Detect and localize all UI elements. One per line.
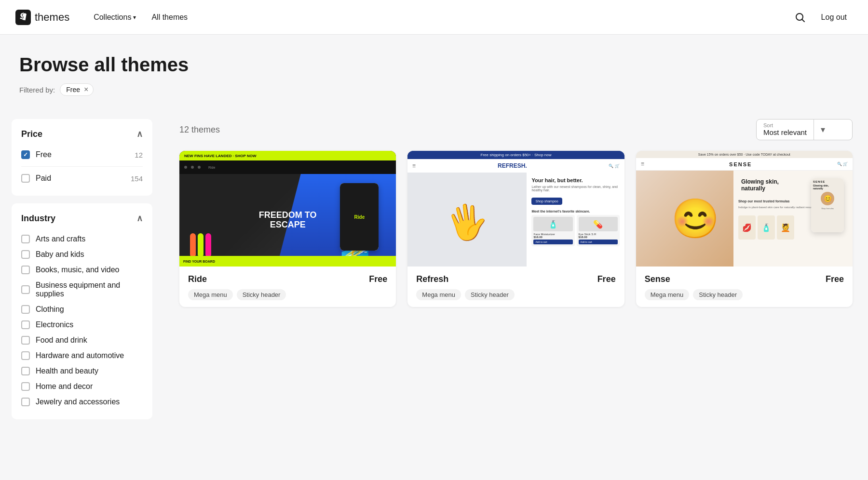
page-title: Browse all themes — [19, 54, 849, 76]
theme-grid: NEW FINS HAVE LANDED · SHOP NOW Ride FRE… — [179, 151, 853, 307]
industry-hardware-item[interactable]: Hardware and automotive — [21, 348, 143, 363]
filter-row: Filtered by: Free × — [19, 83, 849, 96]
industry-electronics-item[interactable]: Electronics — [21, 317, 143, 333]
theme-card-sense[interactable]: Save 15% on orders over $50 · Use code T… — [636, 151, 853, 307]
remove-filter-icon[interactable]: × — [84, 85, 88, 94]
clothing-checkbox[interactable] — [21, 305, 30, 314]
collections-link[interactable]: Collections ▾ — [87, 9, 143, 26]
paid-checkbox[interactable] — [21, 174, 30, 183]
navbar: themes Collections ▾ All themes Log out — [0, 0, 868, 35]
sort-value: Most relevant — [763, 128, 807, 136]
free-filter-badge[interactable]: Free × — [60, 83, 94, 96]
industry-arts-item[interactable]: Arts and crafts — [21, 231, 143, 247]
theme-card-ride-preview: NEW FINS HAVE LANDED · SHOP NOW Ride FRE… — [179, 151, 396, 267]
business-checkbox[interactable] — [21, 285, 30, 294]
content-area: 12 themes Sort Most relevant ▾ NEW FINS … — [164, 106, 868, 480]
electronics-checkbox[interactable] — [21, 320, 30, 329]
books-checkbox[interactable] — [21, 266, 30, 274]
price-chevron-icon: ∧ — [136, 129, 143, 139]
home-checkbox[interactable] — [21, 382, 30, 391]
industry-books-item[interactable]: Books, music, and video — [21, 262, 143, 278]
logo[interactable]: themes — [15, 10, 69, 25]
theme-card-sense-preview: Save 15% on orders over $50 · Use code T… — [636, 151, 853, 267]
all-themes-link[interactable]: All themes — [145, 9, 194, 26]
svg-rect-0 — [15, 10, 31, 25]
industry-jewelry-item[interactable]: Jewelry and accessories — [21, 394, 143, 410]
price-divider — [21, 166, 143, 167]
price-paid-item[interactable]: Paid 154 — [21, 171, 143, 186]
theme-card-refresh[interactable]: Free shipping on orders $50+ · Shop now … — [407, 151, 624, 307]
chevron-down-icon: ▾ — [133, 14, 136, 21]
price-filter-header[interactable]: Price ∧ — [21, 129, 143, 139]
jewelry-checkbox[interactable] — [21, 398, 30, 406]
industry-business-item[interactable]: Business equipment and supplies — [21, 278, 143, 302]
main-layout: Price ∧ Free 12 Paid 154 — [0, 106, 868, 480]
filter-label: Filtered by: — [19, 86, 55, 94]
industry-food-item[interactable]: Food and drink — [21, 333, 143, 348]
hero-section: Browse all themes Filtered by: Free × — [0, 35, 868, 106]
food-checkbox[interactable] — [21, 336, 30, 345]
nav-links: Collections ▾ All themes — [87, 9, 794, 26]
theme-card-ride[interactable]: NEW FINS HAVE LANDED · SHOP NOW Ride FRE… — [179, 151, 396, 307]
baby-checkbox[interactable] — [21, 250, 30, 259]
sort-chevron-button[interactable]: ▾ — [814, 124, 832, 135]
nav-actions: Log out — [794, 9, 853, 26]
logo-text: themes — [35, 11, 69, 24]
search-icon[interactable] — [794, 12, 806, 23]
shopify-logo-icon — [15, 10, 31, 25]
industry-chevron-icon: ∧ — [136, 213, 143, 224]
price-filter-section: Price ∧ Free 12 Paid 154 — [12, 119, 152, 196]
sidebar: Price ∧ Free 12 Paid 154 — [0, 106, 164, 480]
industry-filter-header[interactable]: Industry ∧ — [21, 213, 143, 224]
sort-label: Sort — [763, 122, 807, 128]
logout-button[interactable]: Log out — [815, 9, 853, 26]
theme-card-refresh-preview: Free shipping on orders $50+ · Shop now … — [407, 151, 624, 267]
svg-line-2 — [802, 19, 804, 22]
content-header: 12 themes Sort Most relevant ▾ — [179, 119, 853, 140]
price-free-item[interactable]: Free 12 — [21, 147, 143, 162]
sort-dropdown[interactable]: Sort Most relevant ▾ — [756, 119, 853, 140]
chevron-down-icon: ▾ — [821, 124, 825, 135]
themes-count: 12 themes — [179, 125, 220, 135]
industry-health-item[interactable]: Health and beauty — [21, 363, 143, 379]
health-checkbox[interactable] — [21, 367, 30, 375]
industry-clothing-item[interactable]: Clothing — [21, 302, 143, 317]
industry-filter-section: Industry ∧ Arts and crafts Baby and kids… — [12, 203, 152, 419]
industry-home-item[interactable]: Home and decor — [21, 379, 143, 394]
arts-checkbox[interactable] — [21, 235, 30, 243]
industry-baby-item[interactable]: Baby and kids — [21, 247, 143, 262]
free-checkbox[interactable] — [21, 150, 30, 159]
hardware-checkbox[interactable] — [21, 351, 30, 360]
